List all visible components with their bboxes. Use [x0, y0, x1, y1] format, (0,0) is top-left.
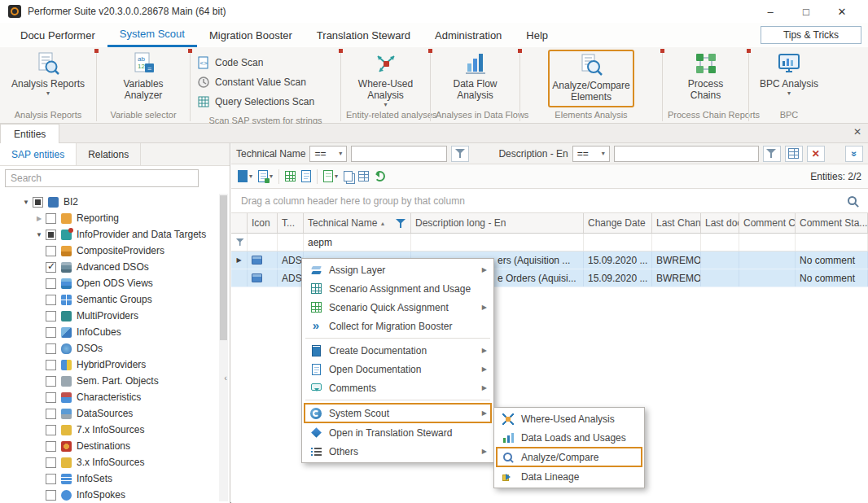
expander-icon[interactable] [33, 231, 46, 238]
tree-checkbox[interactable] [46, 360, 56, 370]
tab-migration-booster[interactable]: Migration Booster [197, 23, 305, 47]
bpc-analysis-button[interactable]: BPC Analysis ▾ [752, 50, 826, 97]
tree-item[interactable]: HybridProviders [0, 356, 217, 373]
tree-item[interactable]: Open ODS Views [0, 275, 217, 291]
tree-checkbox[interactable] [46, 230, 56, 240]
tree-checkbox[interactable] [46, 246, 56, 256]
tree-checkbox[interactable] [46, 392, 56, 403]
menu-item-scenario-quick-assignment[interactable]: Scenario Quick Assignment ▶ [304, 298, 492, 317]
tree-item[interactable]: 3.x InfoSources [0, 454, 217, 470]
search-icon[interactable] [847, 195, 858, 207]
open-documentation-button[interactable]: ▾ [258, 170, 273, 182]
comments-button[interactable] [301, 170, 311, 182]
menu-item-assign-layer[interactable]: Assign Layer ▶ [304, 260, 492, 279]
tree-item[interactable]: Sem. Part. Objects [0, 373, 217, 389]
tree-item[interactable]: InfoSets [0, 470, 217, 487]
export-button[interactable]: ▾ [323, 170, 338, 182]
menu-item-open-documentation[interactable]: Open Documentation ▶ [304, 360, 492, 378]
tree-item[interactable]: Destinations [0, 438, 217, 454]
group-by-bar[interactable]: Drag a column header here to group by th… [231, 189, 868, 213]
tree-item[interactable]: InfoCubes [0, 324, 217, 340]
tree-checkbox[interactable] [33, 197, 43, 208]
clear-filter-button[interactable]: ✕ [807, 146, 825, 162]
scenario-assignment-button[interactable] [285, 171, 296, 182]
code-scan-button[interactable]: <> Code Scan [197, 53, 314, 72]
refresh-button[interactable] [375, 171, 385, 182]
menu-item-scenario-assignment[interactable]: Scenario Assignment and Usage [304, 279, 492, 298]
tree-checkbox[interactable] [46, 441, 56, 452]
tree-checkbox[interactable] [46, 409, 56, 419]
grid-layout-button[interactable] [358, 171, 369, 182]
tree-item[interactable]: BI2 [0, 194, 217, 210]
tree-checkbox[interactable] [46, 295, 56, 305]
tab-translation-steward[interactable]: Translation Steward [305, 23, 423, 47]
tab-system-scout[interactable]: System Scout [107, 23, 197, 47]
tree-item[interactable]: MultiProviders [0, 308, 217, 324]
filter-cell[interactable] [739, 234, 796, 251]
tree-checkbox[interactable] [46, 213, 56, 224]
close-button[interactable]: ✕ [824, 1, 860, 22]
filter-cell[interactable] [411, 234, 584, 251]
technical-name-operator-select[interactable]: ==▾ [309, 146, 347, 162]
technical-name-filter-input[interactable] [351, 146, 447, 162]
column-header-description[interactable]: Description long - En [411, 213, 584, 233]
process-chains-button[interactable]: Process Chains [675, 50, 737, 101]
filter-cell[interactable] [701, 234, 739, 251]
maximize-button[interactable]: □ [788, 1, 824, 22]
tab-relations[interactable]: Relations [77, 143, 141, 165]
tab-administration[interactable]: Administration [423, 23, 514, 47]
tree-checkbox[interactable] [46, 262, 56, 273]
menu-item-others[interactable]: Others ▶ [304, 442, 492, 461]
filter-cell[interactable] [796, 234, 868, 251]
technical-name-filter-button[interactable] [451, 146, 469, 162]
submenu-item-data-lineage[interactable]: Data Lineage [496, 467, 642, 486]
tab-help[interactable]: Help [514, 23, 560, 47]
menu-item-collect-migration-booster[interactable]: Collect for Migration Booster [304, 317, 492, 335]
active-filter-icon[interactable] [396, 218, 406, 229]
tree-scrollbar[interactable] [219, 194, 228, 501]
column-header-last-changed[interactable]: Last Change... [652, 213, 701, 233]
description-operator-select[interactable]: ==▾ [572, 146, 610, 162]
menu-item-create-documentation[interactable]: Create Documentation ▶ [304, 341, 492, 360]
data-flow-analysis-button[interactable]: Data Flow Analysis [438, 50, 513, 101]
close-tab-icon[interactable]: ✕ [853, 126, 861, 138]
submenu-item-data-loads-usages[interactable]: Data Loads and Usages [496, 428, 642, 447]
menu-item-system-scout[interactable]: System Scout ▶ [304, 403, 492, 423]
tree-item[interactable]: Advanced DSOs [0, 259, 217, 275]
variables-analyzer-button[interactable]: ab12= Variables Analyzer [106, 50, 181, 101]
submenu-item-where-used-analysis[interactable]: Where-Used Analysis [496, 409, 642, 428]
filter-cell[interactable] [248, 234, 278, 251]
expander-icon[interactable] [33, 215, 46, 222]
technical-name-column-filter[interactable]: aepm [304, 234, 411, 251]
tree-item[interactable]: InfoProvider and Data Targets [0, 226, 217, 243]
tree-item[interactable]: Characteristics [0, 389, 217, 405]
tree-checkbox[interactable] [46, 474, 56, 484]
column-header-change-date[interactable]: Change Date [584, 213, 652, 233]
tree-item[interactable]: CompositeProviders [0, 243, 217, 259]
tree-item[interactable]: InfoSpokes [0, 487, 217, 503]
tree-checkbox[interactable] [46, 457, 56, 468]
filter-cell[interactable] [584, 234, 652, 251]
menu-item-open-translation-steward[interactable]: Open in Translation Steward [304, 423, 492, 442]
tree-item[interactable]: DSOs [0, 340, 217, 356]
query-selections-scan-button[interactable]: Query Selections Scan [197, 92, 314, 112]
column-header-comment-count[interactable]: Comment Co... [739, 213, 796, 233]
expand-filter-panel-button[interactable]: » [845, 146, 863, 162]
filter-cell[interactable] [278, 234, 304, 251]
where-used-analysis-button[interactable]: Where-Used Analysis ▾ [349, 50, 423, 108]
tree-checkbox[interactable] [46, 278, 56, 289]
minimize-button[interactable]: – [752, 1, 788, 22]
tree-checkbox[interactable] [46, 311, 56, 321]
analysis-reports-button[interactable]: Analysis Reports ▾ [11, 50, 85, 97]
copy-button[interactable] [344, 171, 353, 182]
tree-checkbox[interactable] [46, 343, 56, 354]
column-header-comment-status[interactable]: Comment Sta... [796, 213, 868, 233]
column-header-technical-name[interactable]: Technical Name▲ [304, 213, 411, 233]
tab-entities[interactable]: Entities [0, 124, 59, 143]
create-documentation-button[interactable]: ▾ [238, 170, 252, 182]
tree-item[interactable]: DataSources [0, 405, 217, 422]
column-header-last-doc[interactable]: Last doc. [701, 213, 739, 233]
constant-value-scan-button[interactable]: Constant Value Scan [197, 72, 314, 92]
tree-checkbox[interactable] [46, 327, 56, 338]
analyze-compare-elements-button[interactable]: Analyze/Compare Elements [548, 50, 634, 107]
